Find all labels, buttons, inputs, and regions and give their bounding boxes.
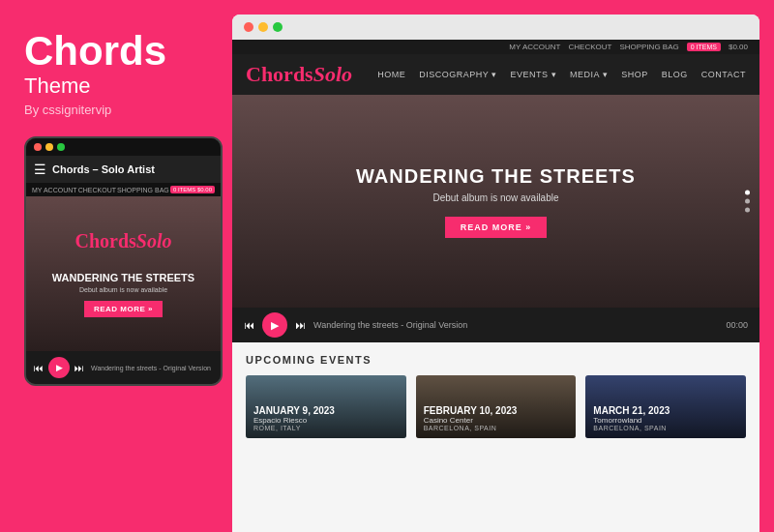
theme-title: Chords (24, 29, 198, 74)
hero-readmore-button[interactable]: READ MORE » (445, 217, 548, 238)
browser-panel: MY ACCOUNT CHECKOUT SHOPPING BAG 0 ITEMS… (232, 15, 759, 532)
player-next-icon[interactable]: ⏭ (295, 319, 306, 331)
mobile-track-name: Wandering the streets - Original Version (89, 365, 213, 371)
events-section: UPCOMING EVENTS JANUARY 9, 2023 Espacio … (232, 342, 759, 532)
site-topbar: MY ACCOUNT CHECKOUT SHOPPING BAG 0 ITEMS… (232, 40, 759, 54)
hero-dot-2[interactable] (745, 199, 750, 204)
event-card-3[interactable]: MARCH 21, 2023 Tomorrowland BARCELONA, S… (585, 375, 746, 438)
site-player: ⏮ ▶ ⏭ Wandering the streets - Original V… (232, 308, 759, 342)
site-logo: ChordsSolo (246, 62, 352, 87)
mobile-prev-icon[interactable]: ⏮ (34, 363, 44, 373)
browser-dot-green[interactable] (273, 22, 283, 32)
nav-home[interactable]: HOME (377, 70, 405, 79)
nav-blog[interactable]: BLOG (662, 70, 688, 79)
player-track-name: Wandering the streets - Original Version (313, 320, 718, 330)
hero-subtitle: Debut album is now available (432, 192, 558, 203)
mobile-cart-badge: 0 ITEMS $0.00 (170, 186, 215, 193)
player-prev-icon[interactable]: ⏮ (244, 319, 254, 331)
by-line: By cssignitervip (24, 103, 198, 117)
player-play-button[interactable]: ▶ (262, 312, 287, 338)
hero-title: WANDERING THE STREETS (356, 165, 636, 188)
nav-media[interactable]: MEDIA ▾ (570, 70, 608, 79)
site-price: $0.00 (729, 43, 748, 51)
event-1-location: ROME, ITALY (253, 425, 399, 431)
hero-dot-3[interactable] (745, 208, 750, 213)
site-cart-badge: 0 ITEMS (687, 43, 721, 51)
mobile-my-account[interactable]: MY ACCOUNT (32, 187, 77, 193)
site-navbar: ChordsSolo HOME DISCOGRAPHY ▾ EVENTS ▾ M… (232, 54, 759, 95)
event-card-2[interactable]: FEBRUARY 10, 2023 Casino Center BARCELON… (416, 375, 577, 438)
nav-discography[interactable]: DISCOGRAPHY ▾ (419, 70, 496, 79)
browser-dot-red[interactable] (244, 22, 253, 32)
theme-subtitle: Theme (24, 74, 198, 99)
hero-dots (745, 191, 750, 213)
mobile-topbar: MY ACCOUNT CHECKOUT SHOPPING BAG 0 ITEMS… (26, 183, 221, 196)
mobile-play-button[interactable]: ▶ (48, 357, 70, 378)
event-2-venue: Casino Center (424, 416, 569, 425)
nav-items: HOME DISCOGRAPHY ▾ EVENTS ▾ MEDIA ▾ SHOP… (377, 70, 746, 79)
mobile-readmore-button[interactable]: READ MORE » (84, 301, 163, 317)
event-3-venue: Tomorrowland (593, 416, 738, 425)
mobile-shopping-bag[interactable]: SHOPPING BAG (117, 187, 169, 193)
mobile-hero-title: WANDERING THE STREETS (52, 272, 194, 283)
browser-dot-yellow[interactable] (258, 22, 268, 32)
mobile-mockup: ☰ Chords – Solo Artist MY ACCOUNT CHECKO… (24, 136, 223, 386)
hamburger-icon[interactable]: ☰ (34, 162, 46, 177)
mobile-nav-bar: ☰ Chords – Solo Artist (26, 156, 221, 183)
mobile-dot-yellow (45, 143, 53, 151)
mobile-dot-red (34, 143, 42, 151)
mobile-hero-sub: Debut album is now available (79, 286, 167, 293)
events-heading: UPCOMING EVENTS (246, 354, 746, 366)
mobile-dot-green (57, 143, 65, 151)
left-panel: Chords Theme By cssignitervip ☰ Chords –… (0, 0, 223, 532)
mobile-checkout[interactable]: CHECKOUT (78, 187, 116, 193)
website-content: MY ACCOUNT CHECKOUT SHOPPING BAG 0 ITEMS… (232, 40, 759, 532)
site-hero: WANDERING THE STREETS Debut album is now… (232, 95, 759, 308)
mobile-nav-title: Chords – Solo Artist (52, 163, 155, 175)
player-time: 00:00 (726, 320, 748, 330)
mobile-player: ⏮ ▶ ⏭ Wandering the streets - Original V… (26, 351, 221, 384)
event-2-location: BARCELONA, SPAIN (424, 425, 569, 431)
event-3-date: MARCH 21, 2023 (593, 405, 738, 416)
nav-events[interactable]: EVENTS ▾ (511, 70, 557, 79)
event-2-date: FEBRUARY 10, 2023 (424, 405, 569, 416)
nav-contact[interactable]: CONTACT (701, 70, 746, 79)
mobile-hero: ChordsSolo WANDERING THE STREETS Debut a… (26, 196, 221, 351)
site-my-account[interactable]: MY ACCOUNT (509, 43, 560, 51)
mobile-chrome (26, 138, 221, 156)
mobile-next-icon[interactable]: ⏭ (74, 363, 84, 373)
nav-shop[interactable]: SHOP (621, 70, 648, 79)
site-checkout[interactable]: CHECKOUT (568, 43, 611, 51)
event-1-date: JANUARY 9, 2023 (253, 405, 399, 416)
browser-chrome (232, 15, 759, 40)
event-1-venue: Espacio Riesco (253, 416, 399, 425)
event-3-location: BARCELONA, SPAIN (593, 425, 738, 431)
hero-dot-1[interactable] (745, 191, 750, 195)
event-card-1[interactable]: JANUARY 9, 2023 Espacio Riesco ROME, ITA… (246, 375, 406, 438)
events-grid: JANUARY 9, 2023 Espacio Riesco ROME, ITA… (246, 375, 746, 438)
mobile-logo: ChordsSolo (74, 230, 171, 252)
site-shopping-bag[interactable]: SHOPPING BAG (619, 43, 678, 51)
